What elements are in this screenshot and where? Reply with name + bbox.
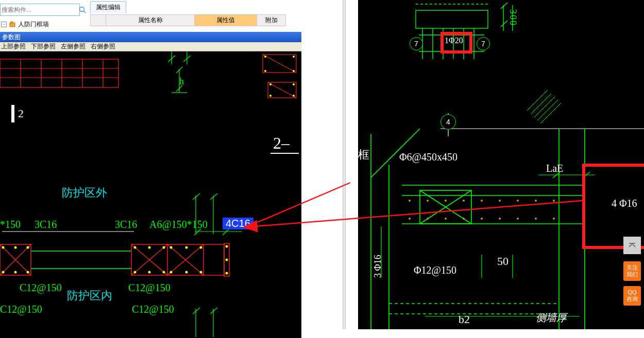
label-300: 300 [507,9,518,26]
svg-line-1 [84,11,86,13]
svg-point-69 [170,271,173,274]
svg-rect-4 [0,59,118,87]
label-3phi16: 3 Φ16 [372,255,383,278]
svg-point-22 [269,95,272,97]
col-extra: 附加 [257,15,286,26]
svg-point-64 [148,271,151,274]
label-wall-thickness: 侧墙厚 [536,311,567,325]
bubble-7a: 7 [410,37,423,50]
svg-line-95 [534,97,555,117]
svg-rect-3 [11,22,12,24]
label-star150: *150 [0,219,21,230]
svg-point-125 [463,218,465,220]
chevron-up-icon [628,241,636,250]
svg-point-128 [517,218,519,220]
follow-us-button[interactable]: 关注 我们 [623,261,641,281]
svg-point-54 [2,246,5,249]
ref-left[interactable]: 左侧参照 [61,42,86,51]
svg-line-97 [540,103,561,123]
svg-point-57 [2,271,5,274]
label-c12-d: C12@150 [132,304,174,315]
scroll-top-button[interactable] [623,237,641,254]
label-3c16-b: 3C16 [115,219,137,230]
tree-item-wall[interactable]: − 人防门框墙 [0,19,85,30]
svg-line-13 [263,55,296,73]
tree-node-icon [9,21,16,28]
reference-toolbar: 上部参照 下部参照 左侧参照 右侧参照 [0,42,301,51]
cad-viewport-left[interactable]: h 2 2– 防护区外 防护区内 *150 3C16 3C16 A6@150*1… [0,51,301,338]
label-section-2: 2 [18,107,24,120]
svg-point-63 [134,271,137,274]
qq-consult-button[interactable]: QQ 咨询 [623,286,641,306]
cad-viewport-right[interactable]: 7 7 4 300 1Φ20 框 Φ6@450x450 LaE 4 Φ16 3 … [358,0,644,329]
svg-point-115 [445,200,447,202]
svg-point-117 [481,200,483,202]
svg-point-0 [80,7,84,12]
label-4phi16: 4 Φ16 [612,198,637,209]
search-bar [0,4,80,16]
svg-rect-44 [131,244,224,275]
label-phi6: Φ6@450x450 [399,151,457,163]
svg-point-113 [409,200,411,202]
search-icon[interactable] [79,5,86,14]
col-value[interactable]: 属性值 [195,15,257,26]
svg-point-119 [517,200,519,202]
svg-line-77 [193,308,200,314]
svg-point-65 [163,271,165,274]
svg-point-118 [499,200,501,202]
svg-point-72 [226,245,228,248]
svg-point-116 [463,200,465,202]
tree-item-label: 人防门框墙 [18,20,49,29]
svg-rect-79 [416,10,488,28]
label-50: 50 [497,255,509,268]
svg-line-39 [223,229,229,235]
svg-point-73 [226,259,228,261]
svg-point-16 [264,56,266,58]
svg-line-36 [210,193,217,200]
svg-point-129 [535,218,537,220]
svg-point-123 [427,218,429,220]
section-marker [11,105,14,122]
svg-point-74 [226,272,228,275]
property-editor: 属性编辑 属性名称 属性值 附加 [90,1,343,31]
svg-point-21 [293,83,295,85]
svg-line-91 [501,3,507,9]
svg-point-124 [445,218,447,220]
label-phi12: Φ12@150 [414,264,456,276]
label-lae: LaE [546,163,563,174]
svg-point-62 [163,246,165,249]
svg-point-121 [553,200,555,202]
label-section-2dash: 2– [273,134,290,153]
svg-point-67 [185,246,188,249]
svg-point-19 [293,70,295,72]
label-h: h [179,76,184,87]
ref-right[interactable]: 右侧参照 [91,42,115,51]
pane-divider[interactable] [343,0,346,329]
tree-collapse-icon[interactable]: − [1,22,7,27]
svg-line-35 [193,193,200,200]
bubble-4: 4 [440,114,456,130]
svg-line-78 [210,308,217,314]
svg-point-55 [14,246,17,249]
svg-point-130 [553,218,555,220]
svg-point-70 [185,271,188,274]
label-zone-in: 防护区内 [67,288,112,304]
svg-point-122 [409,218,411,220]
label-c12-b: C12@150 [128,282,171,294]
svg-point-61 [148,246,151,249]
window-title-bar[interactable]: 参数图 [0,32,301,42]
svg-point-60 [134,246,137,249]
search-input[interactable] [1,6,79,13]
ref-bottom[interactable]: 下部参照 [31,42,56,51]
col-name: 属性名称 [106,15,195,26]
property-tab[interactable]: 属性编辑 [90,1,126,13]
svg-point-127 [499,218,501,220]
svg-point-68 [200,246,202,249]
svg-point-59 [27,271,29,274]
ref-top[interactable]: 上部参照 [1,42,26,51]
svg-point-71 [200,271,202,274]
label-frame: 框 [358,147,369,163]
label-c12-a: C12@150 [20,282,62,294]
highlight-4c16[interactable]: 4C16 [223,218,253,229]
label-b2: b2 [459,313,470,326]
